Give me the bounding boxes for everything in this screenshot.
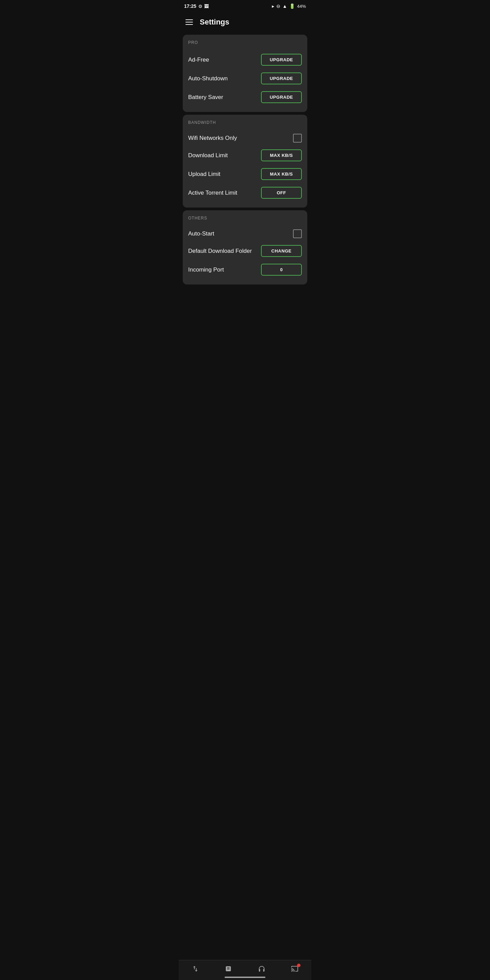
section-pro: PRO Ad-Free UPGRADE Auto-Shutdown UPGRAD… — [183, 35, 307, 112]
setting-row-active-torrent-limit: Active Torrent Limit OFF — [188, 183, 302, 202]
signal-icon: ▲ — [282, 3, 287, 9]
setting-row-download-limit: Download Limit MAX KB/S — [188, 146, 302, 165]
setting-row-ad-free: Ad-Free UPGRADE — [188, 50, 302, 69]
default-download-folder-button[interactable]: CHANGE — [261, 245, 302, 257]
hamburger-line-1 — [185, 19, 193, 20]
section-others-label: OTHERS — [188, 216, 302, 221]
status-bar-right: ▸ ⊖ ▲ 🔋 44% — [272, 3, 306, 9]
time-display: 17:25 — [184, 3, 196, 9]
do-not-disturb-icon: ⊖ — [276, 3, 280, 9]
setting-row-auto-shutdown: Auto-Shutdown UPGRADE — [188, 69, 302, 88]
download-limit-button[interactable]: MAX KB/S — [261, 150, 302, 161]
wifi-networks-only-checkbox[interactable] — [293, 134, 302, 143]
menu-button[interactable] — [185, 19, 193, 25]
incoming-port-button[interactable]: 0 — [261, 264, 302, 275]
ad-free-label: Ad-Free — [188, 56, 261, 63]
default-download-folder-label: Default Download Folder — [188, 248, 261, 255]
setting-row-upload-limit: Upload Limit MAX KB/S — [188, 165, 302, 183]
auto-start-label: Auto-Start — [188, 231, 293, 237]
wifi-networks-only-label: Wifi Networks Only — [188, 135, 293, 142]
section-bandwidth-label: BANDWIDTH — [188, 120, 302, 125]
active-torrent-limit-label: Active Torrent Limit — [188, 189, 261, 196]
auto-shutdown-upgrade-button[interactable]: UPGRADE — [261, 73, 302, 84]
active-torrent-limit-button[interactable]: OFF — [261, 187, 302, 199]
battery-icon: 🔋 — [289, 3, 295, 9]
setting-row-wifi-only: Wifi Networks Only — [188, 130, 302, 146]
section-others: OTHERS Auto-Start Default Download Folde… — [183, 210, 307, 285]
upload-limit-button[interactable]: MAX KB/S — [261, 168, 302, 180]
section-bandwidth: BANDWIDTH Wifi Networks Only Download Li… — [183, 115, 307, 208]
auto-start-checkbox[interactable] — [293, 229, 302, 238]
header: Settings — [179, 12, 311, 32]
app-icon-2: 🖼 — [204, 4, 208, 9]
page-title: Settings — [200, 18, 229, 27]
upload-limit-label: Upload Limit — [188, 171, 261, 178]
setting-row-default-download-folder: Default Download Folder CHANGE — [188, 242, 302, 260]
setting-row-auto-start: Auto-Start — [188, 226, 302, 242]
status-bar-left: 17:25 ⊙ 🖼 — [184, 3, 208, 9]
ad-free-upgrade-button[interactable]: UPGRADE — [261, 54, 302, 66]
app-icon-1: ⊙ — [198, 4, 202, 9]
bluetooth-icon: ▸ — [272, 3, 274, 9]
battery-saver-upgrade-button[interactable]: UPGRADE — [261, 91, 302, 103]
incoming-port-label: Incoming Port — [188, 266, 261, 273]
download-limit-label: Download Limit — [188, 152, 261, 159]
auto-shutdown-label: Auto-Shutdown — [188, 75, 261, 82]
hamburger-line-2 — [185, 22, 193, 22]
setting-row-battery-saver: Battery Saver UPGRADE — [188, 88, 302, 107]
hamburger-line-3 — [185, 24, 193, 25]
content-area: PRO Ad-Free UPGRADE Auto-Shutdown UPGRAD… — [179, 35, 311, 321]
section-pro-label: PRO — [188, 40, 302, 45]
setting-row-incoming-port: Incoming Port 0 — [188, 260, 302, 279]
status-bar: 17:25 ⊙ 🖼 ▸ ⊖ ▲ 🔋 44% — [179, 0, 311, 12]
battery-percent: 44% — [297, 4, 306, 9]
battery-saver-label: Battery Saver — [188, 94, 261, 101]
